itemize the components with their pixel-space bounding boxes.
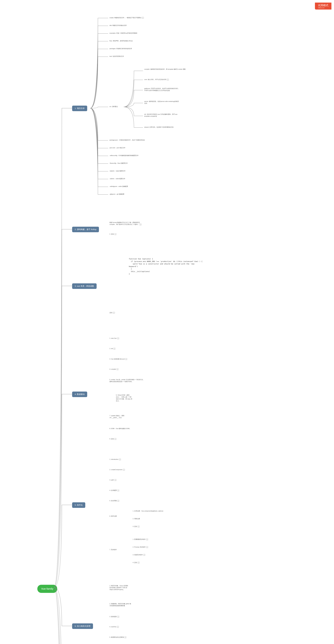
leaf: 1. 响应式对象：Vue.js 实现响 应式的核心是利用了 ES5 的 Obje…	[110, 585, 128, 590]
leaf: 根据 format 构建格式可分为三个版（再根据有无 compiler，每个版本…	[110, 222, 142, 226]
note-icon[interactable]	[113, 312, 115, 314]
leaf: src: 源码重点	[110, 106, 118, 108]
leaf: compiler: 编译器代码的存放目录，将 template 编译为 rend…	[144, 68, 188, 70]
note-icon[interactable]	[123, 469, 125, 471]
leaf: 1. new Vue	[110, 338, 119, 339]
leaf: 总结	[110, 312, 115, 314]
leaf: 5. 生命周期	[110, 500, 119, 502]
connector-lines	[0, 0, 334, 644]
leaf: scripts: 构建相关的文件，一般情况下我们不需要动	[110, 17, 144, 19]
leaf: 2. init	[110, 348, 116, 350]
note-icon[interactable]	[167, 79, 169, 80]
code-block: function Vue (options) { if (process.env…	[129, 258, 202, 275]
leaf: 4. 合并配置	[110, 490, 119, 491]
leaf: 8. DOM：Vue 最终创建的 DOM。	[110, 428, 131, 430]
leaf: 7. update 的核心：调用 vm.__patch__ 方法	[110, 415, 124, 418]
leaf: .gitignore：git 忽略配置	[110, 193, 124, 195]
leaf: 2. createComponent	[110, 469, 125, 471]
leaf: 6. Virtual DOM（虚拟 dom）：本质上是一个原 生的 JS 对象，…	[116, 394, 132, 402]
note-icon[interactable]	[114, 233, 116, 235]
note-icon[interactable]	[146, 546, 148, 548]
note-icon[interactable]	[117, 490, 119, 491]
leaf: 4. 总结	[133, 562, 140, 564]
badge-sub: XMind.com	[318, 7, 328, 8]
leaf: yarn.lock：yarn 锁定文件	[110, 147, 125, 149]
node-4[interactable]: 4. 数据驱动	[72, 392, 87, 397]
node-6[interactable]: 6. 深入响应式原理	[72, 624, 93, 629]
leaf: .eslintignore：eslint 忽略配置	[110, 186, 128, 188]
leaf: core: 核心代码，与平台无关的代码	[144, 78, 169, 80]
note-icon[interactable]	[117, 338, 119, 339]
leaf: 2. 依赖收集：响应式对象 getter 相 关的逻辑就是做依赖收集	[110, 603, 131, 607]
leaf: .editorconfig：针对编辑器的编码风格配置文件	[110, 154, 138, 156]
node-1[interactable]: 1. 项目目录	[72, 106, 87, 111]
leaf: test: 包含所有测试文件	[110, 56, 124, 57]
leaf: package.json：对项目的描述文件，包含了依赖包等信息	[110, 139, 145, 141]
leaf: examples: 存放一些使用Vue开发的应用案例	[110, 32, 137, 34]
note-icon[interactable]	[143, 554, 145, 556]
leaf: 3. 总结	[133, 526, 140, 528]
note-icon[interactable]	[114, 479, 116, 481]
leaf: server: 服务端渲染，包含(server-side rendering)的…	[144, 100, 179, 104]
leaf: 2. 总结	[110, 233, 116, 235]
note-icon[interactable]	[140, 224, 142, 226]
leaf: 3. 派发更新	[110, 616, 119, 618]
note-icon[interactable]	[125, 358, 127, 360]
leaf: 9. 总结	[110, 438, 116, 440]
leaf: 5. render: Vue 的 _render 方法是实例的一个私有方法， 最…	[110, 379, 144, 382]
note-icon[interactable]	[142, 17, 144, 19]
leaf: 2. Promise 异步组件	[133, 546, 148, 548]
note-icon[interactable]	[113, 348, 116, 350]
trial-badge: 试用模式 XMind.com	[315, 2, 332, 10]
leaf: .babelrc：babel 配置文件	[110, 170, 126, 172]
badge-title: 试用模式	[318, 4, 328, 7]
leaf: 3. 高级异步组件	[133, 554, 145, 556]
leaf: .flowconfig：flow 的配置文件	[110, 162, 128, 164]
leaf: dist: 构建后文件的输出目录	[110, 24, 126, 26]
leaf: 3. path	[110, 479, 116, 481]
leaf: sfc: 包含单文件组件(.vue 文件)的解析逻辑，用于vue- templa…	[144, 113, 178, 117]
node-5[interactable]: 5. 组件化	[72, 502, 85, 508]
node-3[interactable]: 3. vue 本质：构造函数	[72, 283, 96, 289]
leaf: 2. 局部注册	[133, 518, 140, 520]
note-icon[interactable]	[146, 538, 148, 540]
note-icon[interactable]	[117, 616, 119, 618]
leaf: 1. 全局注册：Vue.component(tagName, options)	[133, 510, 163, 512]
leaf: 7. 异步组件	[110, 549, 117, 550]
note-icon[interactable]	[116, 368, 118, 370]
leaf: shared: 共享代码，包含整个代码库通用的代码	[144, 126, 174, 128]
note-icon[interactable]	[119, 458, 121, 460]
note-icon[interactable]	[117, 500, 119, 502]
leaf: 5. 检测变化的注意事项	[110, 636, 126, 638]
leaf: 4. nextTick	[110, 626, 119, 628]
note-icon[interactable]	[114, 438, 116, 440]
note-icon[interactable]	[117, 626, 119, 628]
note-icon[interactable]	[138, 526, 140, 528]
leaf: 4. compile	[110, 368, 118, 370]
leaf: 3. Vue 实例挂载 $mount	[110, 358, 127, 360]
note-icon[interactable]	[124, 636, 126, 638]
node-2[interactable]: 2. 源码构建，基于 Rollup	[72, 227, 99, 232]
root-node[interactable]: Vue-family	[37, 585, 57, 593]
leaf: packages: 存放独立发布的包的目录	[110, 48, 132, 50]
note-icon[interactable]	[138, 562, 140, 564]
leaf: flow: 类型声明，使用开源项目 [Flow]	[110, 40, 132, 42]
leaf: 6. 组件注册	[110, 515, 117, 517]
leaf: .eslintrc：eslint 配置文件	[110, 178, 125, 180]
leaf: platforms: 不同平台的支持，包含平台特有的相关代码； 不同平台的不同构…	[144, 88, 179, 92]
leaf: 1. 普通函数异步组件	[133, 538, 148, 540]
leaf: 1. introduction	[110, 458, 121, 460]
